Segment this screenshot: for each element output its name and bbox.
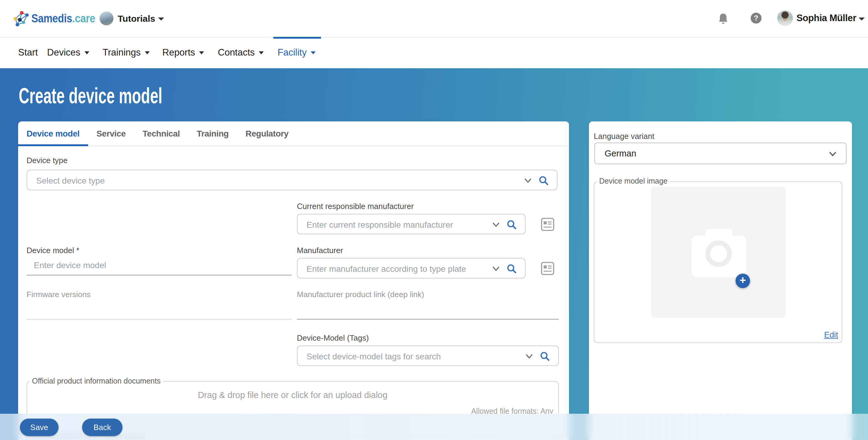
search-icon[interactable] bbox=[539, 176, 549, 185]
user-menu[interactable]: Sophia Müller bbox=[797, 13, 856, 24]
form-tabs: Device model Service Technical Training … bbox=[18, 121, 569, 146]
workspace-menu[interactable]: Tutorials bbox=[118, 13, 155, 24]
deep-link-label: Manufacturer product link (deep link) bbox=[297, 290, 424, 299]
chevron-down-icon[interactable] bbox=[526, 354, 533, 359]
documents-upload-legend: Official product information documents bbox=[30, 377, 163, 385]
active-nav-indicator bbox=[273, 36, 321, 38]
chevron-down-icon bbox=[199, 51, 204, 54]
nav-item-devices[interactable]: Devices bbox=[47, 38, 89, 68]
chevron-down-icon bbox=[145, 51, 150, 54]
device-model-label: Device model * bbox=[27, 246, 79, 255]
tab-service[interactable]: Service bbox=[88, 121, 134, 146]
chevron-down-icon[interactable] bbox=[492, 266, 500, 271]
nav-item-contacts[interactable]: Contacts bbox=[218, 38, 264, 68]
language-variant-select[interactable]: German bbox=[594, 143, 846, 164]
nav-item-start[interactable]: Start bbox=[18, 38, 38, 68]
camera-lens-icon bbox=[705, 240, 732, 267]
firmware-label: Firmware versions bbox=[27, 290, 91, 299]
nav-item-facility[interactable]: Facility bbox=[278, 38, 316, 68]
chevron-down-icon bbox=[311, 51, 316, 54]
page-title: Create device model bbox=[19, 83, 162, 109]
tags-label: Device-Model (Tags) bbox=[297, 333, 369, 343]
search-icon[interactable] bbox=[507, 220, 517, 230]
drop-zone-text[interactable]: Drag & drop file here or click for an up… bbox=[27, 390, 558, 400]
user-caret-icon bbox=[859, 18, 865, 21]
language-variant-label: Language variant bbox=[594, 132, 654, 141]
tags-input[interactable]: Select device-model tags for search bbox=[297, 346, 559, 366]
main-nav: Start Devices Trainings Reports Contacts… bbox=[0, 38, 868, 68]
device-type-input[interactable]: Select device type bbox=[27, 170, 558, 190]
edit-image-link[interactable]: Edit bbox=[824, 330, 838, 340]
add-image-button[interactable]: + bbox=[736, 273, 750, 288]
nav-item-trainings[interactable]: Trainings bbox=[102, 38, 150, 68]
user-avatar[interactable] bbox=[777, 10, 793, 26]
brand-suffix: .care bbox=[72, 12, 95, 25]
notifications-bell-icon[interactable] bbox=[718, 13, 728, 25]
search-icon[interactable] bbox=[540, 352, 550, 361]
manufacturer-card-icon[interactable] bbox=[541, 217, 555, 231]
chevron-down-icon[interactable] bbox=[492, 222, 500, 227]
deep-link-input[interactable] bbox=[297, 301, 559, 320]
side-panel-card: Language variant German Device model ima… bbox=[589, 121, 852, 440]
help-icon[interactable]: ? bbox=[751, 13, 762, 24]
chevron-down-icon bbox=[85, 51, 89, 54]
device-image-placeholder[interactable] bbox=[651, 187, 786, 318]
chevron-down-icon bbox=[829, 152, 836, 156]
current-manufacturer-input[interactable]: Enter current responsible manufacturer bbox=[297, 214, 526, 234]
manufacturer-label: Manufacturer bbox=[297, 246, 343, 255]
tab-regulatory[interactable]: Regulatory bbox=[237, 121, 297, 146]
brand-logo-icon[interactable] bbox=[13, 10, 31, 28]
nav-item-reports[interactable]: Reports bbox=[162, 38, 204, 68]
back-button[interactable]: Back bbox=[82, 418, 123, 436]
brand-primary: Samedis bbox=[31, 12, 72, 25]
device-type-label: Device type bbox=[27, 156, 68, 165]
manufacturer-input[interactable]: Enter manufacturer according to type pla… bbox=[297, 258, 526, 278]
search-icon[interactable] bbox=[507, 264, 517, 273]
top-header: Samedis.care Tutorials ? Sophia Müller bbox=[0, 0, 868, 37]
chevron-down-icon bbox=[259, 51, 264, 54]
manufacturer-card-icon[interactable] bbox=[541, 262, 555, 275]
bottom-action-band bbox=[0, 414, 868, 440]
device-model-input[interactable]: Enter device model bbox=[27, 257, 291, 275]
workspace-caret-icon bbox=[158, 18, 164, 21]
brand-wordmark[interactable]: Samedis.care bbox=[31, 12, 95, 25]
device-model-image-legend: Device model image bbox=[597, 177, 670, 185]
workspace-avatar[interactable] bbox=[99, 11, 114, 25]
current-manufacturer-label: Current responsible manufacturer bbox=[297, 202, 414, 211]
tab-device-model[interactable]: Device model bbox=[18, 121, 88, 146]
firmware-input[interactable] bbox=[27, 301, 291, 320]
content-area: Create device model Device model Service… bbox=[0, 68, 868, 440]
tab-technical[interactable]: Technical bbox=[134, 121, 189, 146]
save-button[interactable]: Save bbox=[20, 418, 59, 436]
tab-training[interactable]: Training bbox=[188, 121, 237, 146]
chevron-down-icon[interactable] bbox=[524, 178, 532, 183]
page: Samedis.care Tutorials ? Sophia Müller S… bbox=[0, 0, 868, 440]
device-model-form-card: Device model Service Technical Training … bbox=[18, 121, 569, 440]
